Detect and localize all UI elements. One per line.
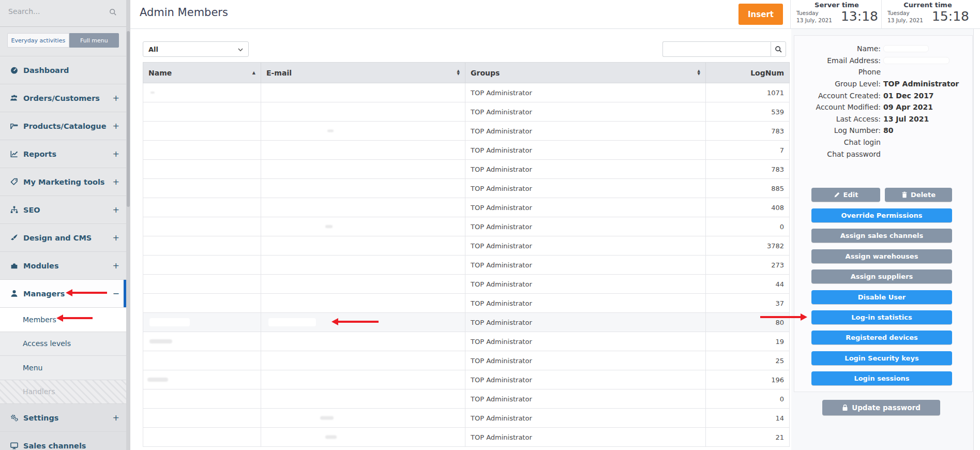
cell-lognum: 7 — [706, 141, 790, 160]
sidebar-nav: DashboardOrders/Customers+Products/Catal… — [0, 56, 126, 450]
filter-select[interactable]: All — [143, 41, 249, 57]
sidebar-item-orders-customers[interactable]: Orders/Customers+ — [0, 84, 126, 112]
table-row[interactable]: TOP Administrator7 — [143, 141, 790, 160]
login-security-keys-button[interactable]: Login Security keys — [811, 351, 952, 365]
sidebar-item-products-catalogue[interactable]: Products/Catalogue+ — [0, 112, 126, 140]
sidebar-item-menu[interactable]: Menu — [0, 355, 126, 380]
column-header-groups[interactable]: Groups▲▼ — [465, 63, 706, 83]
registered-devices-button[interactable]: Registered devices — [811, 331, 952, 344]
cell-name — [143, 236, 261, 256]
everyday-activities-button[interactable]: Everyday activities — [7, 33, 69, 48]
cell-name — [143, 217, 261, 236]
table-row[interactable]: TOP Administrator196 — [143, 370, 790, 389]
table-row[interactable]: TOP Administrator19 — [143, 332, 790, 351]
table-row[interactable]: TOP Administrator0 — [143, 389, 790, 409]
sort-asc-icon: ▲ — [252, 70, 255, 75]
cell-name — [143, 332, 261, 351]
server-time-date: Tuesday13 July, 2021 — [796, 10, 832, 24]
main-content: All Name▲E-mail▲▼Groups▲▼LogNumTOP Admin… — [130, 29, 791, 450]
table-row[interactable]: TOP Administrator37 — [143, 294, 790, 313]
table-row[interactable]: TOP Administrator783 — [143, 122, 790, 141]
cell-groups: TOP Administrator — [465, 313, 706, 332]
sidebar-item-settings[interactable]: Settings+ — [0, 403, 126, 431]
expand-plus-icon: + — [113, 205, 119, 215]
sidebar-item-design-and-cms[interactable]: Design and CMS+ — [0, 223, 126, 251]
cell-email — [261, 217, 465, 236]
table-row[interactable]: TOP Administrator44 — [143, 275, 790, 294]
sidebar-scrollbar-thumb[interactable] — [127, 31, 130, 207]
table-row[interactable]: TOP Administrator0 — [143, 217, 790, 236]
sidebar-item-my-marketing-tools[interactable]: My Marketing tools+ — [0, 168, 126, 196]
table-row[interactable]: TOP Administrator25 — [143, 351, 790, 370]
sidebar-search — [0, 0, 126, 27]
lock-icon — [842, 404, 848, 411]
sidebar-item-seo[interactable]: SEO+ — [0, 196, 126, 223]
column-header-name[interactable]: Name▲ — [143, 63, 261, 83]
assign-suppliers-button[interactable]: Assign suppliers — [811, 269, 952, 283]
cell-name — [143, 428, 261, 447]
detail-line-log-number: Log Number:80 — [794, 125, 972, 137]
table-row-selected[interactable]: TOP Administrator80 — [143, 313, 790, 332]
sidebar-item-sales-channels[interactable]: Sales channels — [0, 431, 126, 450]
edit-button[interactable]: Edit — [811, 188, 880, 202]
expand-plus-icon: + — [113, 413, 119, 423]
column-header-lognum[interactable]: LogNum — [706, 63, 790, 83]
delete-button[interactable]: Delete — [885, 188, 952, 202]
disable-user-button[interactable]: Disable User — [811, 290, 952, 304]
update-password-button[interactable]: Update password — [822, 400, 940, 415]
sidebar-item-reports[interactable]: Reports+ — [0, 140, 126, 168]
table-row[interactable]: TOP Administrator21 — [143, 428, 790, 447]
table-search-input[interactable] — [662, 41, 771, 57]
app-window: Everyday activities Full menu DashboardO… — [0, 0, 980, 450]
column-header-e-mail[interactable]: E-mail▲▼ — [261, 63, 465, 83]
table-row[interactable]: TOP Administrator885 — [143, 179, 790, 198]
override-permissions-button[interactable]: Override Permissions — [811, 208, 952, 222]
login-sessions-button[interactable]: Login sessions — [811, 371, 952, 385]
sidebar-item-modules[interactable]: Modules+ — [0, 251, 126, 279]
trash-icon — [901, 191, 908, 198]
assign-warehouses-button[interactable]: Assign warehouses — [811, 249, 952, 263]
cell-name — [143, 160, 261, 179]
sidebar-scrollbar[interactable] — [126, 0, 130, 450]
sidebar-item-dashboard[interactable]: Dashboard — [0, 56, 126, 84]
chart-icon — [10, 149, 19, 158]
table-row[interactable]: TOP Administrator14 — [143, 409, 790, 428]
sidebar-item-access-levels[interactable]: Access levels — [0, 332, 126, 356]
puzzle-icon — [10, 261, 19, 270]
detail-panel: Name:Email Address:PhoneGroup Level:TOP … — [791, 29, 974, 450]
table-row[interactable]: TOP Administrator783 — [143, 160, 790, 179]
search-icon[interactable] — [109, 8, 117, 18]
page-title: Admin Members — [140, 6, 228, 19]
full-menu-button[interactable]: Full menu — [69, 33, 119, 48]
server-time-clock: 13:18 — [841, 9, 878, 24]
log-in-statistics-button[interactable]: Log-in statistics — [811, 310, 952, 324]
sidebar-item-managers[interactable]: Managers− — [0, 279, 126, 307]
detail-line-account-created: Account Created:01 Dec 2017 — [794, 89, 972, 101]
table-row[interactable]: TOP Administrator1071 — [143, 83, 790, 102]
cell-groups: TOP Administrator — [465, 428, 706, 447]
sidebar-item-label: Sales channels — [23, 442, 86, 450]
table-row[interactable]: TOP Administrator273 — [143, 256, 790, 275]
table-row[interactable]: TOP Administrator408 — [143, 198, 790, 217]
cell-name — [143, 294, 261, 313]
insert-button[interactable]: Insert — [738, 4, 783, 25]
cell-groups: TOP Administrator — [465, 351, 706, 370]
cell-email — [261, 332, 465, 351]
sidebar-item-members[interactable]: Members — [0, 307, 126, 332]
brush-icon — [10, 233, 19, 242]
cell-groups: TOP Administrator — [465, 102, 706, 122]
table-row[interactable]: TOP Administrator539 — [143, 102, 790, 122]
cell-email — [261, 428, 465, 447]
redaction-smudge — [327, 130, 334, 132]
sidebar-search-input[interactable] — [8, 7, 101, 16]
assign-sales-channels-button[interactable]: Assign sales channels — [811, 229, 952, 243]
cell-groups: TOP Administrator — [465, 389, 706, 409]
table-row[interactable]: TOP Administrator3782 — [143, 236, 790, 256]
server-time-label: Server time — [792, 1, 881, 9]
cell-lognum: 1071 — [706, 83, 790, 102]
detail-line-account-modified: Account Modified:09 Apr 2021 — [794, 101, 972, 113]
redaction-smudge — [320, 416, 334, 420]
user-icon — [10, 289, 19, 298]
cell-groups: TOP Administrator — [465, 236, 706, 256]
table-search-button[interactable] — [771, 41, 786, 57]
